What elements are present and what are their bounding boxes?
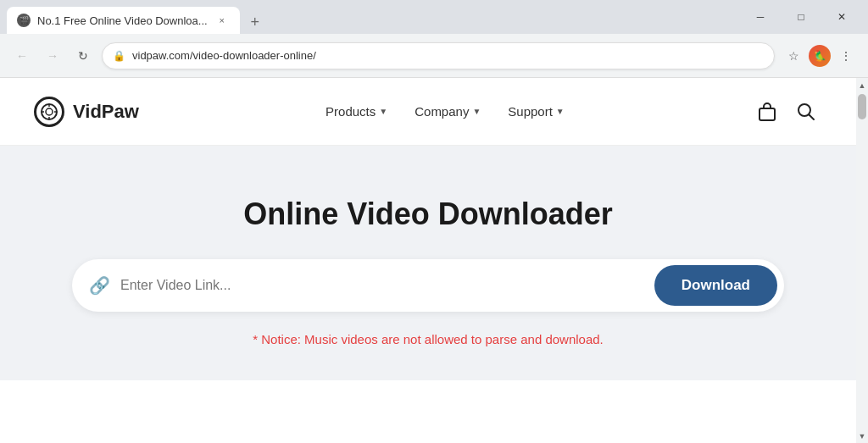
back-button[interactable]: ← <box>10 44 34 68</box>
url-text: vidpaw.com/video-downloader-online/ <box>132 49 764 62</box>
active-tab[interactable]: 🎬 No.1 Free Online Video Downloa... × <box>7 7 240 34</box>
new-tab-button[interactable]: + <box>243 10 267 34</box>
notice-text: * Notice: Music videos are not allowed t… <box>253 332 604 346</box>
reload-button[interactable]: ↻ <box>71 44 95 68</box>
support-chevron-icon: ▼ <box>556 107 565 116</box>
tab-area: 🎬 No.1 Free Online Video Downloa... × + <box>7 0 741 34</box>
hero-section: Online Video Downloader 🔗 Download * Not… <box>0 146 856 380</box>
shop-icon-button[interactable] <box>751 96 783 128</box>
svg-point-1 <box>46 108 53 115</box>
search-icon-button[interactable] <box>790 96 822 128</box>
nav-products[interactable]: Products ▼ <box>315 97 398 125</box>
nav-company[interactable]: Company ▼ <box>404 97 491 125</box>
browser-frame: 🎬 No.1 Free Online Video Downloa... × + … <box>0 0 868 443</box>
minimize-button[interactable]: ─ <box>741 3 780 30</box>
company-chevron-icon: ▼ <box>472 107 481 116</box>
link-icon: 🔗 <box>89 275 110 296</box>
video-url-input[interactable] <box>120 278 644 293</box>
scrollbar-up-button[interactable]: ▲ <box>856 78 868 92</box>
header-icons <box>751 96 822 128</box>
tab-favicon: 🎬 <box>17 14 31 27</box>
products-chevron-icon: ▼ <box>379 107 387 116</box>
lock-icon: 🔒 <box>113 50 125 62</box>
nav-support-label: Support <box>508 104 553 119</box>
content-area: VidPaw Products ▼ Company ▼ Support ▼ <box>0 78 868 443</box>
scrollbar-thumb[interactable] <box>858 94 866 119</box>
nav-products-label: Products <box>326 104 376 119</box>
page-content: VidPaw Products ▼ Company ▼ Support ▼ <box>0 78 856 443</box>
scrollbar-track: ▲ ▼ <box>856 78 868 443</box>
hero-title: Online Video Downloader <box>243 197 612 232</box>
nav-company-label: Company <box>415 104 469 119</box>
logo[interactable]: VidPaw <box>34 97 139 127</box>
toolbar-icons: ☆ 🦜 ⋮ <box>782 44 858 68</box>
scrollbar-down-button[interactable]: ▼ <box>856 429 868 443</box>
forward-button[interactable]: → <box>41 44 64 68</box>
download-button[interactable]: Download <box>654 265 777 306</box>
address-bar: ← → ↻ 🔒 vidpaw.com/video-downloader-onli… <box>0 34 868 78</box>
bookmark-button[interactable]: ☆ <box>782 44 805 68</box>
tab-title: No.1 Free Online Video Downloa... <box>37 14 208 27</box>
close-button[interactable]: ✕ <box>822 3 861 30</box>
window-controls: ─ □ ✕ <box>741 3 861 30</box>
svg-line-8 <box>810 114 815 119</box>
nav-menu: Products ▼ Company ▼ Support ▼ <box>315 97 575 125</box>
tab-close-button[interactable]: × <box>214 13 230 28</box>
maximize-button[interactable]: □ <box>782 3 821 30</box>
search-bar: 🔗 Download <box>72 259 784 312</box>
logo-icon <box>34 97 64 127</box>
nav-support[interactable]: Support ▼ <box>498 97 574 125</box>
url-bar[interactable]: 🔒 vidpaw.com/video-downloader-online/ <box>102 42 775 69</box>
site-header: VidPaw Products ▼ Company ▼ Support ▼ <box>0 78 856 146</box>
title-bar: 🎬 No.1 Free Online Video Downloa... × + … <box>0 0 868 34</box>
logo-text: VidPaw <box>73 101 139 123</box>
profile-avatar[interactable]: 🦜 <box>809 45 831 67</box>
menu-button[interactable]: ⋮ <box>834 44 858 68</box>
svg-rect-6 <box>760 108 775 120</box>
